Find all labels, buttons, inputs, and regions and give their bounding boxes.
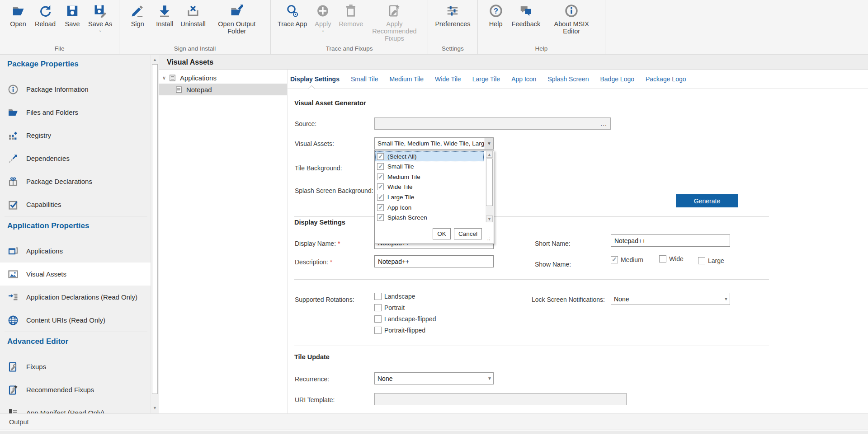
- ribbon-item-label: Save: [65, 20, 80, 28]
- checkbox-portrait[interactable]: Portrait: [374, 304, 405, 311]
- checkbox-icon[interactable]: [377, 163, 384, 170]
- checkbox-landscape-flipped[interactable]: Landscape-flipped: [374, 315, 436, 323]
- tab-wide-tile[interactable]: Wide Tile: [435, 75, 461, 83]
- cancel-button[interactable]: Cancel: [454, 228, 482, 239]
- sidebar-item-fixups[interactable]: Fixups: [0, 355, 151, 378]
- lock-screen-label: Lock Screen Notifications:: [532, 296, 605, 303]
- sidebar-scrollbar[interactable]: ▲ ▼: [151, 55, 158, 413]
- checkbox-icon[interactable]: [377, 204, 384, 211]
- scroll-down-icon[interactable]: ▼: [151, 404, 158, 412]
- section-heading-generator: Visual Asset Generator: [294, 99, 366, 107]
- dropdown-option-app-icon[interactable]: App Icon: [375, 202, 484, 212]
- description-input[interactable]: [374, 255, 494, 267]
- preferences-button[interactable]: Preferences: [435, 3, 470, 28]
- ribbon-group-label: Settings: [430, 44, 475, 54]
- sign-button[interactable]: Sign: [126, 3, 149, 28]
- checkbox-icon[interactable]: [374, 315, 382, 323]
- tab-package-logo[interactable]: Package Logo: [646, 75, 686, 83]
- generate-button[interactable]: Generate: [676, 194, 738, 207]
- remove-button[interactable]: Remove: [339, 3, 363, 28]
- checkbox-icon[interactable]: [611, 256, 618, 263]
- sidebar-item-registry[interactable]: Registry: [0, 124, 151, 147]
- tab-small-tile[interactable]: Small Tile: [351, 75, 378, 83]
- tree-node-label: Applications: [180, 74, 217, 82]
- chevron-down-icon[interactable]: ⌄: [321, 28, 325, 32]
- checkbox-icon[interactable]: [377, 153, 384, 160]
- checkbox-icon[interactable]: [374, 327, 382, 334]
- browse-button[interactable]: ...: [600, 120, 607, 127]
- tab-app-icon[interactable]: App Icon: [511, 75, 536, 83]
- tab-splash-screen[interactable]: Splash Screen: [547, 75, 589, 83]
- sidebar-item-package-information[interactable]: Package Information: [0, 78, 151, 101]
- checkbox-icon[interactable]: [377, 214, 384, 221]
- sidebar-item-files-and-folders[interactable]: Files and Folders: [0, 101, 151, 124]
- visual-assets-combo[interactable]: Small Tile, Medium Tile, Wide Tile, Larg…: [374, 137, 494, 150]
- source-input[interactable]: ...: [374, 117, 611, 130]
- install-button[interactable]: Install: [153, 3, 176, 28]
- dropdown-option-medium-tile[interactable]: Medium Tile: [375, 172, 484, 182]
- sidebar-item-dependencies[interactable]: Dependencies: [0, 147, 151, 170]
- checkbox-medium[interactable]: Medium: [611, 256, 643, 263]
- save-as-button[interactable]: Save As⌄: [88, 3, 112, 32]
- trace-app-button[interactable]: Trace App: [278, 3, 307, 28]
- tab-large-tile[interactable]: Large Tile: [472, 75, 500, 83]
- apply-recommended-fixups-button[interactable]: Apply Recommended Fixups: [368, 3, 421, 42]
- recurrence-combo[interactable]: None ▼: [374, 372, 494, 384]
- chevron-down-icon[interactable]: ∨: [162, 75, 169, 81]
- tab-display-settings[interactable]: Display Settings: [290, 75, 340, 83]
- help-button[interactable]: ?Help: [485, 3, 507, 28]
- resize-grip[interactable]: .:::: [487, 238, 493, 243]
- scroll-up-icon[interactable]: ▲: [151, 56, 158, 63]
- dropdown-option-splash-screen[interactable]: Splash Screen: [375, 213, 484, 223]
- short-name-input[interactable]: [611, 234, 730, 247]
- tree-node-applications[interactable]: ∨ Applications: [159, 72, 287, 84]
- dropdown-option-wide-tile[interactable]: Wide Tile: [375, 182, 484, 192]
- chevron-down-icon[interactable]: ▼: [485, 138, 493, 149]
- checkbox-portrait-flipped[interactable]: Portrait-flipped: [374, 327, 425, 334]
- sidebar-item-visual-assets[interactable]: Visual Assets: [0, 263, 151, 286]
- checkbox-icon[interactable]: [374, 293, 382, 300]
- sidebar-item-app-manifest-read-only[interactable]: App Manifest (Read Only): [0, 401, 151, 413]
- apply-button[interactable]: Apply⌄: [311, 3, 334, 32]
- sidebar-item-application-declarations-read-only[interactable]: Application Declarations (Read Only): [0, 286, 151, 309]
- sidebar-item-recommended-fixups[interactable]: Recommended Fixups: [0, 378, 151, 401]
- checkbox-icon[interactable]: [377, 173, 384, 180]
- dropdown-option-small-tile[interactable]: Small Tile: [375, 162, 484, 172]
- scroll-down-icon[interactable]: ▼: [486, 216, 493, 222]
- sidebar-item-package-declarations[interactable]: Package Declarations: [0, 170, 151, 193]
- dropdown-scrollbar-thumb[interactable]: [486, 159, 493, 206]
- dropdown-scrollbar[interactable]: ▲ ▼: [486, 151, 493, 222]
- sidebar-item-content-uris-read-only[interactable]: Content URIs (Read Only): [0, 309, 151, 332]
- apply-recommended-fixups-icon: [387, 3, 402, 19]
- checkbox-icon[interactable]: [377, 183, 384, 190]
- checkbox-icon[interactable]: [698, 257, 705, 264]
- dropdown-option-large-tile[interactable]: Large Tile: [375, 192, 484, 202]
- save-button[interactable]: Save: [61, 3, 84, 28]
- uninstall-button[interactable]: Uninstall: [180, 3, 206, 28]
- checkbox-icon[interactable]: [659, 255, 666, 263]
- dropdown-option-select-all[interactable]: (Select All): [375, 151, 484, 161]
- open-output-folder-button[interactable]: Open Output Folder: [210, 3, 264, 35]
- about-msix-editor-button[interactable]: About MSIX Editor: [545, 3, 598, 35]
- tab-badge-logo[interactable]: Badge Logo: [600, 75, 634, 83]
- checkbox-landscape[interactable]: Landscape: [374, 293, 415, 300]
- checkbox-wide[interactable]: Wide: [659, 255, 684, 263]
- reload-button[interactable]: Reload: [34, 3, 57, 28]
- tab-medium-tile[interactable]: Medium Tile: [390, 75, 424, 83]
- checkbox-large[interactable]: Large: [698, 257, 724, 264]
- chevron-down-icon[interactable]: ⌄: [98, 28, 102, 32]
- uri-template-input[interactable]: [374, 393, 627, 405]
- lock-screen-combo[interactable]: None ▼: [611, 293, 730, 305]
- sidebar-item-applications[interactable]: Applications: [0, 239, 151, 263]
- sidebar-item-label: App Manifest (Read Only): [26, 409, 104, 413]
- checkbox-icon[interactable]: [377, 194, 384, 201]
- ok-button[interactable]: OK: [433, 228, 451, 239]
- scroll-up-icon[interactable]: ▲: [486, 151, 493, 158]
- checkbox-icon[interactable]: [374, 304, 382, 311]
- sidebar-item-capabilities[interactable]: Capabilities: [0, 193, 151, 216]
- output-bar[interactable]: Output: [0, 413, 868, 430]
- sidebar-scrollbar-thumb[interactable]: [152, 64, 158, 394]
- open-button[interactable]: Open: [7, 3, 29, 28]
- feedback-button[interactable]: Feedback: [512, 3, 541, 28]
- tree-node-notepad[interactable]: Notepad: [159, 84, 287, 95]
